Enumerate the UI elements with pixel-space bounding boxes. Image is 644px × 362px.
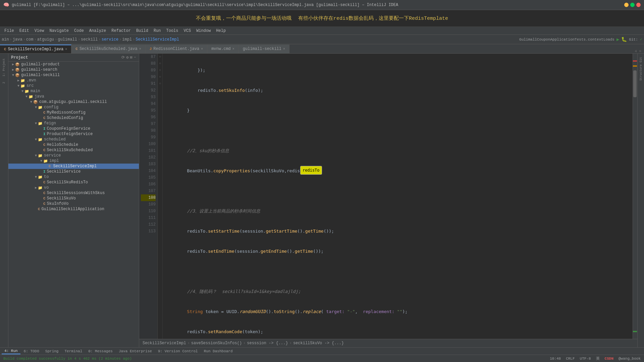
debug-button[interactable]: 🐛 [621,37,627,42]
menu-view[interactable]: View [32,28,47,34]
spring-tab[interactable]: Spring [43,349,61,354]
line-ending[interactable]: CRLF [566,357,575,361]
sidebar-item-helloschedule[interactable]: C HelloSchedule [8,142,139,147]
menu-help[interactable]: Help [213,28,228,34]
run-tab[interactable]: 4: Run [2,348,20,354]
project-tab[interactable]: 1: Project [2,57,6,78]
sidebar-item-myredissonconfig[interactable]: C MyRedissonConfig [8,110,139,115]
sidebar-item-productfeignservice[interactable]: I ProductFeignService [8,131,139,137]
expand-icon[interactable]: ⊞ [130,55,132,60]
sidebar-item-feign[interactable]: ▼ 📁 feign [8,121,139,126]
terminal-tab[interactable]: Terminal [62,349,85,354]
menu-edit[interactable]: Edit [17,28,32,34]
messages-tab[interactable]: 0: Messages [86,349,115,354]
breadcrumb-seckill[interactable]: seckill [81,37,98,42]
sidebar-item-vo-folder[interactable]: ▶ 📁 vo [8,185,139,190]
sidebar-item-config[interactable]: ▼ 📁 config [8,105,139,110]
code-breadcrumb-lambda2[interactable]: seckillSkuVo -> {...} [293,341,344,346]
menu-refactor[interactable]: Refactor [109,28,133,34]
structure-tab[interactable]: 2 [2,80,6,85]
breadcrumb-atguigu[interactable]: atguigu [37,37,54,42]
structure-icon[interactable]: Structure [639,64,643,81]
menu-analyze[interactable]: Analyze [87,28,109,34]
version-control-tab[interactable]: 9: Version Control [155,349,201,354]
breadcrumb-impl[interactable]: impl [122,37,132,42]
charset[interactable]: UTF-8 [580,357,591,361]
sidebar-controls: ⟳ ⚙ ⊞ – [121,55,136,60]
sidebar-item-main[interactable]: ▼ 📁 main [8,88,139,94]
run-button[interactable]: ▶ [616,37,619,42]
sidebar-item-seckillskuvo[interactable]: C SeckillSkuVo [8,196,139,201]
menu-vcs[interactable]: VCS [181,28,194,34]
sidebar-item-impl-folder[interactable]: ▼ 📁 impl [8,158,139,164]
code-breadcrumb-lambda1[interactable]: sesssion -> {...} [247,341,288,346]
git-icon[interactable]: Git [639,57,643,62]
line-number-93: 93 [141,94,156,101]
sidebar-item-couponfeignservice[interactable]: I CouponFeignService [8,126,139,131]
minimize-button[interactable] [624,3,629,7]
sidebar-item-scheduledconfig[interactable]: C ScheduledConfig [8,115,139,121]
breadcrumb-gulimall[interactable]: gulimall [58,37,77,42]
sidebar-item-to-folder[interactable]: ▼ 📁 to [8,174,139,180]
sidebar-label-java: java [35,94,44,99]
sidebar-item-seckillserviceimpl[interactable]: C SeckillServiceImpl [8,164,139,169]
todo-tab[interactable]: 6: TODO [21,349,42,354]
tab-close-3[interactable]: × [232,47,234,51]
menu-run[interactable]: Run [151,28,164,34]
sidebar-item-seckillskuredisto[interactable]: C SeckillSkuRedisTo [8,180,139,185]
breadcrumb-ain[interactable]: ain [2,37,9,42]
tab-redissonclient[interactable]: J RedissonClient.java × [146,45,207,53]
menu-window[interactable]: Window [194,28,213,34]
sidebar-item-src[interactable]: ▼ 📁 src [8,83,139,88]
sidebar-label-product-feign: ProductFeignService [47,132,93,136]
code-content[interactable]: }); redisTo.setSkuInfo(info); } //2、sku的… [163,54,633,339]
sidebar-item-seckillservice[interactable]: I SeckillService [8,169,139,174]
tab-gulimall-seckill[interactable]: gulimall-seckill × [239,45,289,53]
module-icon-search: 📦 [15,68,20,72]
tab-mvnw[interactable]: mvnw.cmd × [207,45,239,53]
breadcrumb-java[interactable]: java [13,37,22,42]
menu-tools[interactable]: Tools [164,28,181,34]
menu-code[interactable]: Code [71,28,87,34]
breadcrumb-com[interactable]: com [26,37,34,42]
breadcrumb-service[interactable]: service [102,37,118,42]
menu-navigate[interactable]: Navigate [47,28,71,34]
menu-build[interactable]: Build [133,28,151,34]
sidebar-item-java[interactable]: ▼ 📁 java [8,94,139,99]
collapse-arrow-mvn: ▶ [16,78,20,82]
sidebar-item-search[interactable]: ▶ 📦 gulimall-search [8,67,139,72]
code-line-88: redisTo.setSkuInfo(info); [166,87,629,94]
tab-close-1[interactable]: × [139,47,141,51]
tab-seckillserviceimpl[interactable]: C SeckillServiceImpl.java × [0,45,71,53]
sidebar-item-seckillskuscheduled[interactable]: C SeckillSkuScheduled [8,147,139,153]
tab-close-0[interactable]: × [65,48,67,51]
code-breadcrumb-method[interactable]: saveSessionSkuInfos() [191,341,242,346]
breadcrumb-class[interactable]: SeckillServiceImpl [136,37,179,42]
java-enterprise-tab[interactable]: Java Enterprise [116,349,155,354]
sidebar-item-product[interactable]: ▶ 📦 gulimall-product [8,62,139,67]
sidebar-item-seckill[interactable]: ▼ 📦 gulimall-seckill [8,72,139,78]
toolbar: ain › java › com › atguigu › gulimall › … [0,35,644,44]
sidebar-item-scheduled-folder[interactable]: ▼ 📁 scheduled [8,137,139,142]
sync-icon[interactable]: ⟳ [121,55,125,60]
collapse-icon[interactable]: – [134,55,136,60]
sidebar-item-skuinfovo[interactable]: C SkuInfoVo [8,201,139,206]
menu-file[interactable]: File [2,28,17,34]
tab-close-2[interactable]: × [201,47,203,51]
close-button[interactable] [636,3,641,7]
bottom-tabs-bar: 4: Run 6: TODO Spring Terminal 0: Messag… [0,347,644,355]
sidebar-item-service-folder[interactable]: ▼ 📁 service [8,153,139,158]
sidebar-item-package[interactable]: ▼ 📦 com.atguigu.gulimall.seckill [8,99,139,105]
tab-seckillskuscheduled[interactable]: C SeckillSkuScheduled.java × [71,45,145,53]
scrollbar-thumb[interactable] [633,70,637,97]
settings-gear-icon[interactable]: ⚙ [126,55,128,60]
code-breadcrumb-class[interactable]: SeckillServiceImpl [143,341,186,346]
lang-indicator[interactable]: 英 [596,356,600,361]
tab-close-4[interactable]: × [283,47,285,51]
sidebar-item-seckillsesssions[interactable]: C SeckillSesssionsWithSkus [8,190,139,196]
maximize-button[interactable] [630,3,635,7]
sidebar-item-gulimallapp[interactable]: C GulimallSeckillApplication [8,206,139,212]
vertical-scrollbar[interactable] [633,54,637,339]
run-dashboard-tab[interactable]: Run Dashboard [201,349,235,354]
sidebar-item-mvn[interactable]: ▶ 📁 .mvn [8,78,139,83]
